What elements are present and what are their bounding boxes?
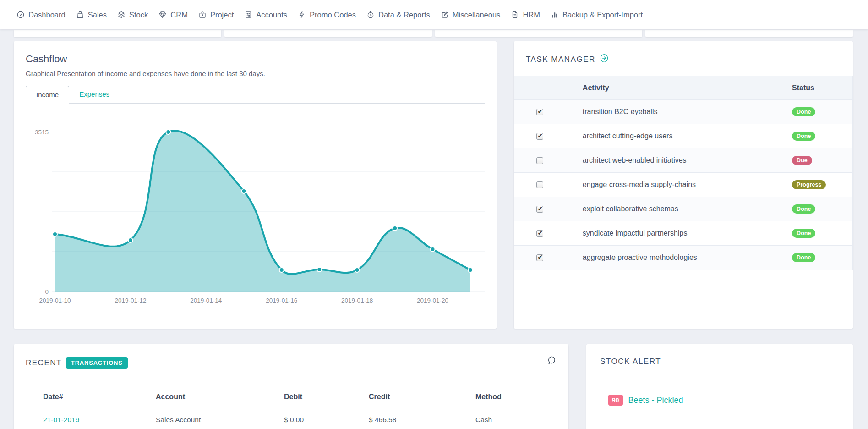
project-icon <box>198 11 207 19</box>
cashflow-card: Cashflow Graphical Presentation of incom… <box>14 41 497 329</box>
task-row: architect web-enabled initiatives Due <box>514 148 853 173</box>
cashflow-header: Cashflow Graphical Presentation of incom… <box>14 41 497 104</box>
task-row: architect cutting-edge users Done <box>514 124 853 148</box>
stock-alert-card: STOCK ALERT 90 Beets - Pickled <box>586 344 853 429</box>
transaction-date-link[interactable]: 21-01-2019 <box>43 416 79 424</box>
promo-codes-icon <box>298 11 306 19</box>
status-badge: Done <box>792 229 815 238</box>
task-activity: exploit collaborative schemas <box>566 197 775 221</box>
comment-icon[interactable] <box>547 355 557 368</box>
status-badge: Done <box>792 253 815 263</box>
tab-expenses[interactable]: Expenses <box>69 86 120 103</box>
transaction-account: Sales Account <box>155 408 284 429</box>
task-activity: transition B2C eyeballs <box>566 100 775 124</box>
partial-stat-card <box>14 30 221 37</box>
tx-col-method: Method <box>475 385 568 408</box>
svg-text:2019-01-16: 2019-01-16 <box>266 297 297 304</box>
stock-qty-badge: 90 <box>608 395 623 406</box>
nav-item-dashboard[interactable]: Dashboard <box>16 11 66 19</box>
nav-item-project[interactable]: Project <box>198 11 234 19</box>
nav-item-data-reports[interactable]: Data & Reports <box>366 11 430 19</box>
status-badge: Done <box>792 107 815 117</box>
task-checkbox[interactable] <box>536 230 543 237</box>
nav-label: Data & Reports <box>378 11 430 19</box>
nav-label: Promo Codes <box>310 11 356 19</box>
nav-label: CRM <box>170 11 188 19</box>
task-row: aggregate proactive methodologies Done <box>514 246 853 270</box>
backup-export-icon <box>551 11 559 19</box>
nav-label: Accounts <box>256 11 287 19</box>
sales-icon <box>76 11 84 19</box>
stock-alert-item: 90 Beets - Pickled <box>608 395 839 418</box>
task-activity: engage cross-media supply-chains <box>566 173 775 197</box>
task-checkbox[interactable] <box>536 182 543 188</box>
task-col-status: Status <box>775 76 853 100</box>
crm-icon <box>158 11 167 19</box>
nav-item-accounts[interactable]: Accounts <box>244 11 287 19</box>
transactions-table: Date# Account Debit Credit Method 21-01-… <box>14 385 568 429</box>
task-checkbox[interactable] <box>536 254 543 261</box>
nav-label: HRM <box>523 11 540 19</box>
cashflow-chart: 351502019-01-102019-01-122019-01-142019-… <box>14 110 490 310</box>
accounts-icon <box>244 11 252 19</box>
task-col-activity: Activity <box>566 76 775 100</box>
task-row: syndicate impactful partnerships Done <box>514 221 853 246</box>
svg-text:2019-01-12: 2019-01-12 <box>115 297 146 304</box>
svg-text:0: 0 <box>45 288 49 295</box>
nav-label: Dashboard <box>28 11 66 19</box>
task-checkbox[interactable] <box>536 109 543 116</box>
cashflow-title: Cashflow <box>26 53 485 65</box>
task-row: engage cross-media supply-chains Progres… <box>514 173 853 197</box>
stock-item-link[interactable]: Beets - Pickled <box>628 396 683 405</box>
task-manager-card: TASK MANAGER Activity Status transition … <box>514 41 853 329</box>
svg-text:2019-01-10: 2019-01-10 <box>39 297 71 304</box>
task-col-checkbox <box>514 76 566 100</box>
task-activity: syndicate impactful partnerships <box>566 221 775 246</box>
top-navbar: Dashboard Sales Stock CRM Project Accoun… <box>0 0 868 29</box>
arrow-right-circle-icon <box>600 53 609 63</box>
nav-item-hrm[interactable]: HRM <box>511 11 540 19</box>
hrm-icon <box>511 11 519 19</box>
svg-text:3515: 3515 <box>35 129 49 136</box>
partial-stat-card <box>435 30 643 37</box>
transaction-method: Cash <box>475 408 568 429</box>
nav-item-stock[interactable]: Stock <box>117 11 148 19</box>
task-manager-title-row: TASK MANAGER <box>514 41 853 76</box>
dashboard-icon <box>16 11 25 19</box>
status-badge: Progress <box>792 180 826 190</box>
nav-item-backup-export[interactable]: Backup & Export-Import <box>551 11 643 19</box>
miscellaneous-icon <box>441 11 449 19</box>
task-checkbox[interactable] <box>536 157 543 164</box>
task-row: exploit collaborative schemas Done <box>514 197 853 221</box>
task-activity: aggregate proactive methodologies <box>566 246 775 270</box>
transactions-header-row: Date# Account Debit Credit Method <box>14 385 568 408</box>
nav-item-miscellaneous[interactable]: Miscellaneous <box>441 11 501 19</box>
svg-text:2019-01-18: 2019-01-18 <box>341 297 373 304</box>
nav-item-crm[interactable]: CRM <box>158 11 188 19</box>
transaction-credit: $ 466.58 <box>368 408 475 429</box>
task-table-header-row: Activity Status <box>514 76 853 100</box>
recent-transactions-title-row: RECENT TRANSACTIONS <box>14 344 568 368</box>
nav-item-sales[interactable]: Sales <box>76 11 107 19</box>
task-activity: architect web-enabled initiatives <box>566 148 775 173</box>
nav-label: Stock <box>129 11 148 19</box>
task-checkbox[interactable] <box>536 133 543 140</box>
status-badge: Done <box>792 132 815 141</box>
task-row: transition B2C eyeballs Done <box>514 100 853 124</box>
svg-text:2019-01-14: 2019-01-14 <box>190 297 222 304</box>
task-activity: architect cutting-edge users <box>566 124 775 148</box>
nav-item-promo-codes[interactable]: Promo Codes <box>298 11 356 19</box>
nav-label: Backup & Export-Import <box>562 11 643 19</box>
data-reports-icon <box>366 11 375 19</box>
tx-col-account: Account <box>155 385 284 408</box>
task-manager-link[interactable] <box>600 53 609 66</box>
nav-label: Sales <box>88 11 107 19</box>
status-badge: Done <box>792 204 815 214</box>
transaction-debit: $ 0.00 <box>284 408 368 429</box>
tab-income[interactable]: Income <box>26 86 69 104</box>
nav-label: Miscellaneous <box>453 11 501 19</box>
partial-stat-card <box>224 30 432 37</box>
task-checkbox[interactable] <box>536 206 543 213</box>
cashflow-subtitle: Graphical Presentation of income and exp… <box>26 70 485 77</box>
svg-text:2019-01-20: 2019-01-20 <box>417 297 448 304</box>
